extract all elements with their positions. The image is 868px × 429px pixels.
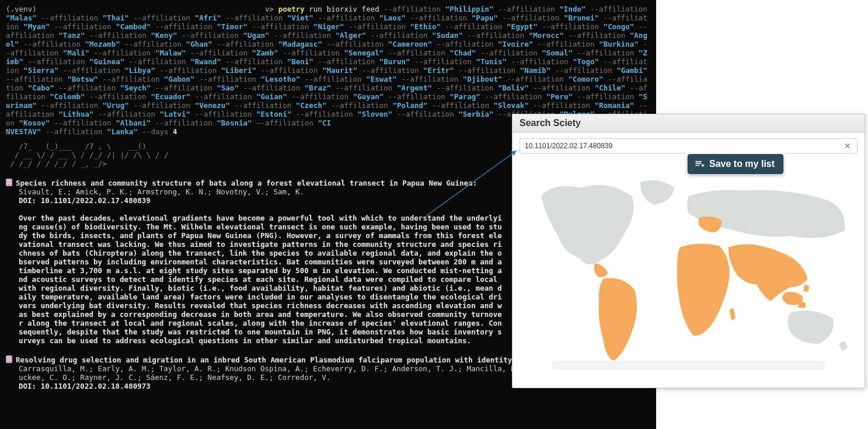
article-abstract: Over the past decades, elevational gradi… bbox=[6, 214, 502, 345]
save-to-list-button[interactable]: Save to my list bbox=[688, 154, 783, 174]
world-map bbox=[513, 154, 864, 388]
save-to-list-label: Save to my list bbox=[709, 159, 775, 169]
document-icon bbox=[6, 355, 12, 363]
article-title: Species richness and community structure… bbox=[16, 179, 477, 187]
clear-search-icon[interactable]: ✕ bbox=[842, 141, 853, 151]
search-input[interactable] bbox=[520, 138, 857, 154]
list-add-icon bbox=[694, 158, 706, 170]
panel-title: Search Sciety bbox=[513, 114, 864, 132]
document-icon bbox=[6, 179, 12, 186]
search-sciety-panel: Search Sciety ✕ Save to my list bbox=[512, 114, 865, 388]
